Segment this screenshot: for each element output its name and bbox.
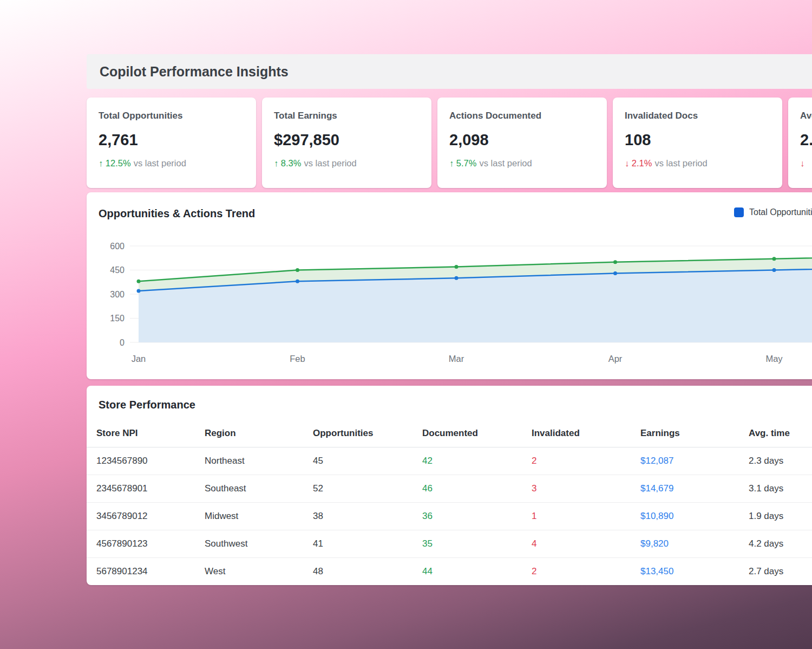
cell-invalidated: 1 xyxy=(522,503,631,530)
chart-title: Opportunities & Actions Trend xyxy=(99,207,812,220)
legend-swatch-blue xyxy=(734,207,744,217)
kpi-delta-value: 12.5% xyxy=(106,158,131,168)
cell-opportunities: 41 xyxy=(303,530,412,558)
store-performance-card: Store Performance Store NPI Region Oppor… xyxy=(87,386,812,585)
kpi-value: 108 xyxy=(625,131,770,149)
cell-avg-time: 2.7 days xyxy=(739,558,812,586)
column-header-store-npi: Store NPI xyxy=(87,420,195,447)
svg-text:0: 0 xyxy=(120,338,125,347)
svg-text:Feb: Feb xyxy=(290,354,305,364)
svg-text:Mar: Mar xyxy=(449,354,464,364)
cell-documented: 35 xyxy=(412,530,522,558)
column-header-region: Region xyxy=(195,420,303,447)
svg-text:May: May xyxy=(765,354,783,364)
trend-chart-card: Opportunities & Actions Trend Total Oppo… xyxy=(87,192,812,379)
kpi-value: 2,098 xyxy=(449,131,595,149)
kpi-row: Total Opportunities 2,761 ↑ 12.5%vs last… xyxy=(87,98,812,188)
kpi-change: ↓ 2.1%vs last period xyxy=(625,158,770,168)
trend-up-icon: ↑ xyxy=(99,158,103,168)
kpi-delta-value: 5.7% xyxy=(456,158,477,168)
kpi-value: $297,850 xyxy=(274,131,420,149)
cell-opportunities: 38 xyxy=(303,503,412,530)
table-header-row: Store NPI Region Opportunities Documente… xyxy=(87,420,812,447)
cell-earnings-link[interactable]: $9,820 xyxy=(631,530,739,558)
table-row: 5678901234 West 48 44 2 $13,450 2.7 days xyxy=(87,558,812,586)
kpi-delta-value: 8.3% xyxy=(281,158,302,168)
svg-text:Jan: Jan xyxy=(132,354,146,364)
kpi-title: Invalidated Docs xyxy=(625,111,770,121)
cell-invalidated: 4 xyxy=(522,530,631,558)
cell-avg-time: 1.9 days xyxy=(739,503,812,530)
cell-avg-time: 2.3 days xyxy=(739,447,812,475)
cell-documented: 36 xyxy=(412,503,522,530)
kpi-value: 2,761 xyxy=(99,131,244,149)
kpi-value: 2. xyxy=(800,131,812,149)
kpi-card-avg-time: Avg. time 2. ↓ xyxy=(788,98,812,188)
cell-opportunities: 52 xyxy=(303,475,412,503)
kpi-card-total-opportunities: Total Opportunities 2,761 ↑ 12.5%vs last… xyxy=(87,98,256,188)
column-header-opportunities: Opportunities xyxy=(303,420,412,447)
kpi-title: Total Opportunities xyxy=(99,111,244,121)
cell-avg-time: 4.2 days xyxy=(739,530,812,558)
cell-invalidated: 3 xyxy=(522,475,631,503)
table-row: 3456789012 Midwest 38 36 1 $10,890 1.9 d… xyxy=(87,503,812,530)
cell-earnings-link[interactable]: $12,087 xyxy=(631,447,739,475)
cell-store-npi: 1234567890 xyxy=(87,447,195,475)
kpi-change: ↑ 8.3%vs last period xyxy=(274,158,420,168)
kpi-change-delta: ↓ xyxy=(800,158,804,168)
cell-region: West xyxy=(195,558,303,586)
cell-invalidated: 2 xyxy=(522,558,631,586)
cell-opportunities: 48 xyxy=(303,558,412,586)
cell-store-npi: 4567890123 xyxy=(87,530,195,558)
column-header-invalidated: Invalidated xyxy=(522,420,631,447)
svg-text:450: 450 xyxy=(110,265,125,275)
trend-up-icon: ↑ xyxy=(449,158,454,168)
cell-store-npi: 3456789012 xyxy=(87,503,195,530)
table-row: 2345678901 Southeast 52 46 3 $14,679 3.1… xyxy=(87,475,812,503)
kpi-card-actions-documented: Actions Documented 2,098 ↑ 5.7%vs last p… xyxy=(437,98,607,188)
kpi-change-delta: ↓ 2.1% xyxy=(625,158,652,168)
store-performance-table: Store NPI Region Opportunities Documente… xyxy=(87,420,812,585)
cell-earnings-link[interactable]: $14,679 xyxy=(631,475,739,503)
kpi-change-suffix: vs last period xyxy=(304,158,356,168)
column-header-avg-time: Avg. time xyxy=(739,420,812,447)
kpi-change-delta: ↑ 5.7% xyxy=(449,158,476,168)
chart-legend: Total Opportunities xyxy=(734,207,812,217)
page-title: Copilot Performance Insights xyxy=(100,64,289,80)
cell-invalidated: 2 xyxy=(522,447,631,475)
cell-region: Southeast xyxy=(195,475,303,503)
trend-down-icon: ↓ xyxy=(625,158,629,168)
kpi-title: Avg. time xyxy=(800,111,812,121)
kpi-change: ↓ xyxy=(800,158,812,168)
cell-avg-time: 3.1 days xyxy=(739,475,812,503)
svg-text:150: 150 xyxy=(110,314,125,323)
cell-earnings-link[interactable]: $10,890 xyxy=(631,503,739,530)
kpi-change-suffix: vs last period xyxy=(479,158,532,168)
cell-store-npi: 5678901234 xyxy=(87,558,195,586)
table-row: 4567890123 Southwest 41 35 4 $9,820 4.2 … xyxy=(87,530,812,558)
dashboard: Copilot Performance Insights Total Oppor… xyxy=(87,54,812,585)
cell-earnings-link[interactable]: $13,450 xyxy=(631,558,739,586)
kpi-title: Total Earnings xyxy=(274,111,420,121)
kpi-delta-value: 2.1% xyxy=(632,158,652,168)
kpi-title: Actions Documented xyxy=(449,111,595,121)
titlebar: Copilot Performance Insights xyxy=(87,54,812,89)
svg-text:Apr: Apr xyxy=(608,354,623,364)
kpi-change-delta: ↑ 12.5% xyxy=(99,158,131,168)
trend-up-icon: ↑ xyxy=(274,158,278,168)
kpi-change-suffix: vs last period xyxy=(654,158,707,168)
column-header-documented: Documented xyxy=(412,420,522,447)
kpi-change-suffix: vs last period xyxy=(134,158,186,168)
kpi-change: ↑ 12.5%vs last period xyxy=(99,158,244,168)
trend-chart: 0150300450600JanFebMarAprMay xyxy=(87,234,812,369)
cell-region: Southwest xyxy=(195,530,303,558)
cell-opportunities: 45 xyxy=(303,447,412,475)
cell-documented: 46 xyxy=(412,475,522,503)
table-title: Store Performance xyxy=(99,399,812,411)
kpi-card-total-earnings: Total Earnings $297,850 ↑ 8.3%vs last pe… xyxy=(262,98,431,188)
cell-documented: 42 xyxy=(412,447,522,475)
table-row: 1234567890 Northeast 45 42 2 $12,087 2.3… xyxy=(87,447,812,475)
cell-region: Midwest xyxy=(195,503,303,530)
cell-documented: 44 xyxy=(412,558,522,586)
svg-text:300: 300 xyxy=(110,290,125,299)
